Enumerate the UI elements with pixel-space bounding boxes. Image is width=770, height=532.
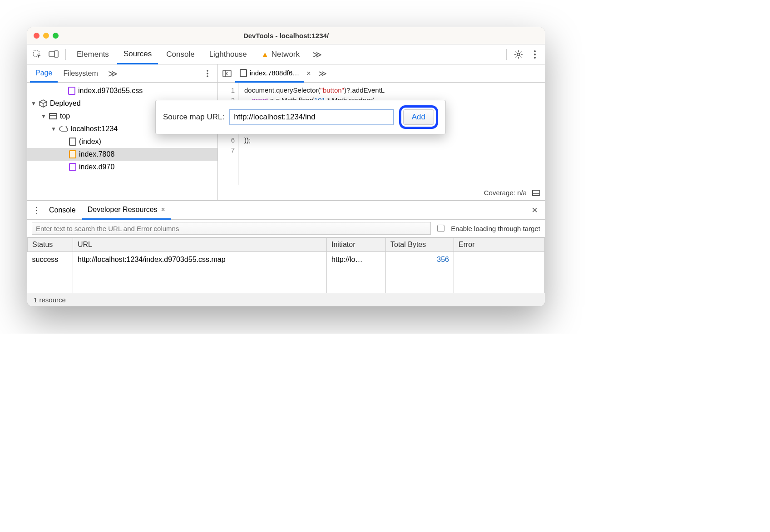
css-file-icon bbox=[69, 163, 76, 171]
more-tabs-chevron-icon[interactable]: ≫ bbox=[308, 49, 326, 60]
enable-loading-label: Enable loading through target bbox=[451, 225, 540, 232]
divider bbox=[65, 49, 66, 60]
tab-network[interactable]: ▲Network bbox=[255, 44, 306, 64]
close-drawer-icon[interactable]: × bbox=[527, 204, 542, 216]
svg-point-6 bbox=[534, 57, 536, 59]
cloud-icon bbox=[59, 126, 68, 132]
zoom-window-button[interactable] bbox=[53, 33, 59, 39]
filter-row: Enable loading through target bbox=[27, 219, 545, 237]
tab-filesystem[interactable]: Filesystem bbox=[58, 64, 103, 83]
js-file-icon bbox=[69, 150, 76, 158]
caret-down-icon: ▼ bbox=[51, 126, 56, 132]
resources-table: Status URL Initiator Total Bytes Error s… bbox=[27, 237, 545, 293]
document-icon bbox=[240, 69, 247, 77]
svg-point-5 bbox=[534, 54, 536, 55]
document-icon bbox=[69, 138, 76, 146]
add-button-highlight: Add bbox=[399, 105, 438, 129]
svg-point-3 bbox=[517, 53, 520, 56]
navigator-tabs: Page Filesystem ≫ bbox=[27, 64, 217, 83]
svg-point-7 bbox=[207, 70, 208, 72]
device-toggle-icon[interactable] bbox=[46, 47, 61, 62]
drawer-tab-developer-resources[interactable]: Developer Resources × bbox=[82, 202, 171, 220]
caret-down-icon: ▼ bbox=[41, 113, 46, 119]
css-file-icon bbox=[68, 87, 75, 95]
close-drawer-tab-icon[interactable]: × bbox=[161, 206, 165, 214]
editor-more-chevron-icon[interactable]: ≫ bbox=[314, 69, 331, 79]
tab-lighthouse[interactable]: Lighthouse bbox=[203, 44, 253, 64]
svg-point-4 bbox=[534, 50, 536, 52]
tree-file-css2[interactable]: index.d970 bbox=[27, 161, 217, 173]
table-row[interactable]: success http://localhost:1234/index.d970… bbox=[28, 252, 545, 268]
source-map-label: Source map URL: bbox=[163, 113, 224, 122]
col-status[interactable]: Status bbox=[28, 238, 73, 252]
source-map-url-input[interactable] bbox=[230, 109, 394, 125]
tab-sources[interactable]: Sources bbox=[117, 44, 158, 64]
titlebar: DevTools - localhost:1234/ bbox=[27, 27, 545, 44]
tree-file-css[interactable]: index.d9703d55.css bbox=[27, 84, 217, 97]
svg-rect-10 bbox=[223, 70, 231, 77]
drawer-tabs: ⋮ Console Developer Resources × × bbox=[27, 201, 545, 219]
frame-icon bbox=[49, 113, 57, 119]
drawer-tab-console[interactable]: Console bbox=[44, 201, 81, 219]
add-button[interactable]: Add bbox=[403, 109, 434, 125]
navigator-kebab-icon[interactable] bbox=[200, 66, 215, 81]
coverage-label: Coverage: n/a bbox=[484, 189, 527, 197]
col-url[interactable]: URL bbox=[73, 238, 327, 252]
svg-point-8 bbox=[207, 73, 208, 74]
window-title: DevTools - localhost:1234/ bbox=[27, 32, 545, 39]
warning-icon: ▲ bbox=[262, 50, 269, 59]
editor-statusbar: Coverage: n/a bbox=[218, 185, 545, 200]
cube-icon bbox=[39, 99, 47, 108]
divider bbox=[506, 49, 507, 60]
svg-rect-2 bbox=[54, 51, 58, 57]
minimize-window-button[interactable] bbox=[43, 33, 49, 39]
tab-page[interactable]: Page bbox=[30, 64, 58, 83]
toggle-sidebar-icon[interactable] bbox=[220, 66, 234, 81]
enable-loading-checkbox[interactable] bbox=[437, 225, 444, 232]
filter-input[interactable] bbox=[32, 222, 431, 235]
close-editor-tab-icon[interactable]: × bbox=[305, 69, 312, 78]
drawer: ⋮ Console Developer Resources × × Enable… bbox=[27, 201, 545, 306]
traffic-lights bbox=[34, 33, 59, 39]
tab-elements[interactable]: Elements bbox=[70, 44, 115, 64]
col-initiator[interactable]: Initiator bbox=[327, 238, 386, 252]
source-map-popover: Source map URL: Add bbox=[155, 100, 446, 134]
col-total[interactable]: Total Bytes bbox=[386, 238, 454, 252]
editor-tab-active[interactable]: index.7808df6… bbox=[235, 64, 304, 83]
kebab-menu-icon[interactable] bbox=[528, 47, 542, 62]
caret-down-icon: ▼ bbox=[31, 100, 36, 107]
drawer-kebab-icon[interactable]: ⋮ bbox=[30, 205, 43, 216]
col-error[interactable]: Error bbox=[454, 238, 545, 252]
inspect-icon[interactable] bbox=[30, 47, 44, 62]
settings-gear-icon[interactable] bbox=[511, 47, 526, 62]
main-tabs: Elements Sources Console Lighthouse ▲Net… bbox=[27, 44, 545, 64]
editor-tabs: index.7808df6… × ≫ bbox=[218, 64, 545, 83]
toggle-bottom-panel-icon[interactable] bbox=[532, 190, 540, 196]
close-window-button[interactable] bbox=[34, 33, 39, 39]
navigator-more-chevron-icon[interactable]: ≫ bbox=[104, 68, 122, 79]
resource-count: 1 resource bbox=[34, 296, 66, 304]
drawer-statusbar: 1 resource bbox=[27, 293, 545, 306]
tab-console[interactable]: Console bbox=[160, 44, 201, 64]
devtools-window: DevTools - localhost:1234/ Elements Sour… bbox=[27, 27, 545, 306]
svg-point-9 bbox=[207, 75, 208, 77]
tree-file-js-selected[interactable]: index.7808 bbox=[27, 148, 217, 161]
tree-file-index[interactable]: (index) bbox=[27, 135, 217, 148]
